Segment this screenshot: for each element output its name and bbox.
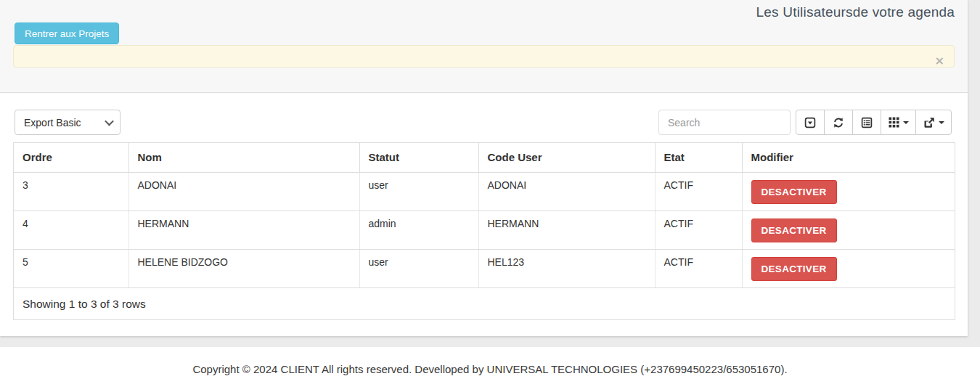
deactivate-button[interactable]: DESACTIVER: [751, 257, 837, 281]
toggle-view-button[interactable]: [852, 110, 881, 135]
alert-banner: ×: [13, 45, 955, 68]
cell-ordre: 5: [14, 249, 128, 287]
users-table-container: Ordre Nom Statut Code User Etat Modifier…: [13, 142, 955, 320]
page-title: Les Utilisateursde votre agenda: [756, 4, 955, 20]
export-icon: [923, 117, 935, 128]
cell-statut: user: [359, 172, 478, 211]
column-header-ordre[interactable]: Ordre: [14, 143, 128, 172]
cell-modifier: DESACTIVER: [742, 211, 955, 249]
table-row: 4 HERMANN admin HERMANN ACTIF DESACTIVER: [14, 211, 955, 249]
column-header-modifier[interactable]: Modifier: [742, 143, 955, 172]
copyright-text: Copyright © 2024 CLIENT All rights reser…: [192, 363, 787, 375]
cell-ordre: 3: [14, 172, 128, 211]
users-table: Ordre Nom Statut Code User Etat Modifier…: [14, 143, 955, 288]
columns-grid-icon: [889, 117, 899, 128]
cell-etat: ACTIF: [655, 211, 742, 249]
cell-nom: HERMANN: [128, 211, 359, 249]
page-footer: Copyright © 2024 CLIENT All rights reser…: [0, 347, 980, 392]
refresh-icon: [833, 117, 844, 128]
main-panel: Les Utilisateursde votre agenda Rentrer …: [0, 0, 968, 336]
table-toolbar-button-group: [796, 110, 952, 135]
cell-code-user: HERMANN: [478, 211, 655, 249]
export-type-select[interactable]: Export Basic: [15, 110, 121, 135]
close-icon[interactable]: ×: [935, 55, 944, 67]
back-to-projects-button[interactable]: Rentrer aux Projets: [15, 23, 119, 44]
export-select-wrap: Export Basic: [15, 110, 121, 135]
cell-code-user: ADONAI: [478, 172, 655, 211]
cell-statut: admin: [359, 211, 478, 249]
columns-button[interactable]: [881, 110, 916, 135]
table-row: 3 ADONAI user ADONAI ACTIF DESACTIVER: [14, 172, 955, 211]
table-header-row: Ordre Nom Statut Code User Etat Modifier: [14, 143, 955, 172]
deactivate-button[interactable]: DESACTIVER: [751, 219, 837, 242]
table-row: 5 HELENE BIDZOGO user HEL123 ACTIF DESAC…: [14, 249, 955, 287]
column-header-statut[interactable]: Statut: [359, 143, 478, 172]
cell-modifier: DESACTIVER: [742, 172, 955, 211]
cell-statut: user: [359, 249, 478, 287]
search-input[interactable]: [658, 110, 791, 135]
chevron-down-icon: [903, 121, 909, 124]
cell-nom: ADONAI: [128, 172, 359, 211]
cell-nom: HELENE BIDZOGO: [128, 249, 359, 287]
cell-etat: ACTIF: [655, 172, 742, 211]
list-view-icon: [861, 117, 873, 128]
cell-etat: ACTIF: [655, 249, 742, 287]
column-header-code-user[interactable]: Code User: [478, 143, 655, 172]
chevron-down-icon: [939, 121, 944, 124]
column-header-nom[interactable]: Nom: [128, 143, 359, 172]
export-button[interactable]: [915, 110, 952, 135]
caret-square-down-icon: [804, 117, 816, 128]
deactivate-button[interactable]: DESACTIVER: [751, 180, 837, 204]
refresh-button[interactable]: [824, 110, 853, 135]
cell-ordre: 4: [14, 211, 128, 249]
cell-modifier: DESACTIVER: [742, 249, 955, 287]
cell-code-user: HEL123: [478, 249, 655, 287]
toggle-pagination-button[interactable]: [796, 110, 825, 135]
pagination-summary: Showing 1 to 3 of 3 rows: [14, 288, 955, 320]
page-header: Les Utilisateursde votre agenda Rentrer …: [0, 0, 968, 93]
column-header-etat[interactable]: Etat: [655, 143, 742, 172]
